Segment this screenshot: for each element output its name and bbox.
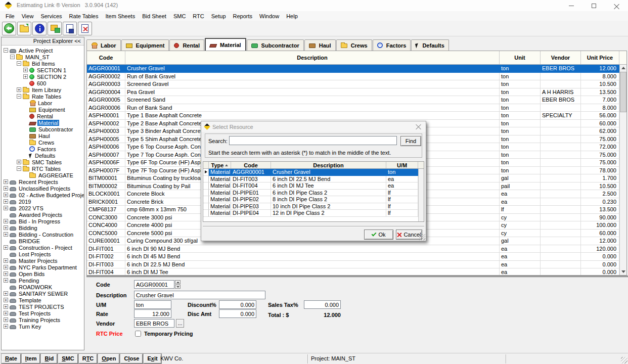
column-header-code[interactable]: Code	[87, 51, 125, 64]
tree-item-aggregate[interactable]: AGGREGATE	[2, 172, 84, 178]
vertical-scrollbar[interactable]	[619, 65, 626, 275]
rate-button[interactable]: Rate	[2, 354, 21, 363]
scroll-up-icon[interactable]	[620, 65, 626, 71]
expand-toggle-icon[interactable]: +	[4, 225, 8, 230]
tree-item-open-bids[interactable]: +Open Bids	[2, 270, 84, 277]
menu-item-sheets[interactable]: Item Sheets	[102, 12, 139, 20]
cancel-button[interactable]: Cancel	[396, 230, 422, 240]
window-resize-grip[interactable]	[621, 357, 627, 363]
tree-item-rtc-tables[interactable]: −RTC Tables	[2, 165, 84, 172]
tree-item-sanitary-sewer[interactable]: +SANITARY SEWER	[2, 290, 84, 297]
expand-toggle-icon[interactable]: +	[4, 186, 8, 191]
expand-toggle-icon[interactable]: +	[23, 68, 28, 72]
expand-toggle-icon[interactable]: +	[17, 87, 21, 92]
menu-rate-tables[interactable]: Rate Tables	[66, 12, 102, 20]
tree-item-active-project[interactable]: −Active Project	[2, 47, 84, 54]
tree-item-02-active-budgeted-projects[interactable]: +02 - Active Budgeted Projects	[2, 192, 84, 198]
tree-item-factors[interactable]: Factors	[2, 146, 84, 152]
um-field[interactable]	[134, 300, 171, 309]
tree-item-bridge[interactable]: BRIDGE	[2, 238, 84, 244]
tree-item-pending[interactable]: +Pending	[2, 277, 84, 284]
info-button[interactable]	[32, 22, 47, 35]
tree-item-master-projects[interactable]: +Master Projects	[2, 257, 84, 264]
tree-item-600[interactable]: 600	[2, 80, 84, 86]
rate-row-di-fit001[interactable]: DI-FIT0016 inch DI 90 MJ Bendea120.000	[87, 245, 619, 253]
tree-item-unclassified-projects[interactable]: +Unclassified Projects	[2, 185, 84, 192]
back-button[interactable]	[2, 22, 16, 35]
expand-toggle-icon[interactable]: +	[4, 324, 8, 329]
tree-item-construction-project[interactable]: +Construction - Project	[2, 244, 84, 251]
expand-toggle-icon[interactable]: +	[4, 258, 8, 263]
column-header-unit-price[interactable]: Unit Price	[581, 51, 619, 64]
expand-toggle-icon[interactable]: +	[4, 232, 8, 237]
tree-item-equipment[interactable]: Equipment	[2, 106, 84, 113]
column-header-vendor[interactable]: Vendor	[541, 51, 581, 64]
tree-item-labor[interactable]: Labor	[2, 100, 84, 106]
tree-item-test-projects[interactable]: +Test Projects	[2, 310, 84, 316]
result-row-di-fit004[interactable]: MaterialDI-FIT0046 inch DI MJ Teeea	[203, 183, 424, 190]
tree-item-recent-projects[interactable]: +Recent Projects	[2, 178, 84, 185]
menu-rtc[interactable]: RTC	[189, 12, 207, 20]
expand-toggle-icon[interactable]: +	[4, 291, 8, 296]
code-spinner[interactable]	[175, 280, 181, 289]
collapse-toggle-icon[interactable]: −	[17, 94, 21, 99]
tab-subcontractor[interactable]: Subcontractor	[247, 39, 304, 51]
menu-reports[interactable]: Reports	[230, 12, 256, 20]
tab-equipment[interactable]: Equipment	[121, 39, 169, 51]
maximize-button[interactable]	[582, 0, 605, 11]
code-field[interactable]	[134, 280, 174, 289]
menu-window[interactable]: Window	[256, 12, 283, 20]
tree-item-2022-vts[interactable]: +2022 VTS	[2, 205, 84, 211]
menu-smc[interactable]: SMC	[170, 12, 189, 20]
rate-row-di-fit002[interactable]: DI-FIT0026 inch DI 45 MJ Bendea0.000	[87, 253, 619, 261]
expand-toggle-icon[interactable]: +	[4, 271, 8, 276]
tree-item-subcontractor[interactable]: Subcontractor	[2, 126, 84, 132]
rate-row-aggr00005[interactable]: AGGR00005Screened SandtonEBER BROS7.000	[87, 96, 619, 104]
menu-file[interactable]: File	[2, 12, 18, 20]
scroll-down-icon[interactable]	[620, 268, 626, 275]
open-button[interactable]: Open	[98, 354, 119, 363]
tree-item-section-1[interactable]: +SECTION 1	[2, 67, 84, 73]
column-header-description[interactable]: Description	[125, 51, 500, 64]
tab-defaults[interactable]: Defaults	[411, 39, 448, 51]
tree-item-main-st[interactable]: −MAIN_ST	[2, 54, 84, 60]
dialog-resize-grip[interactable]	[419, 234, 425, 240]
tab-labor[interactable]: Labor	[86, 39, 121, 51]
expand-toggle-icon[interactable]: +	[4, 304, 8, 309]
expand-toggle-icon[interactable]: +	[4, 317, 8, 322]
tree-item-awarded-projects[interactable]: Awarded Projects	[2, 211, 84, 218]
column-header-unit[interactable]: Unit	[500, 51, 541, 64]
tab-haul[interactable]: Haul	[304, 39, 336, 51]
tree-item-crews[interactable]: Crews	[2, 139, 84, 146]
search-input[interactable]	[229, 136, 397, 145]
tab-crews[interactable]: Crews	[336, 39, 372, 51]
expand-toggle-icon[interactable]: +	[23, 74, 28, 79]
tree-item-bidding[interactable]: +Bidding	[2, 224, 84, 231]
expand-toggle-icon[interactable]: +	[4, 298, 8, 302]
item-button[interactable]: Item	[22, 354, 40, 363]
results-column-header-description[interactable]: Description	[271, 162, 386, 168]
collapse-toggle-icon[interactable]: −	[17, 61, 21, 66]
tree-item-item-library[interactable]: +Item Library	[2, 86, 84, 93]
expand-toggle-icon[interactable]: +	[4, 278, 8, 283]
scroll-thumb[interactable]	[620, 72, 626, 112]
tree-item-defaults[interactable]: Defaults	[2, 152, 84, 159]
sales-tax-field[interactable]	[304, 300, 341, 309]
close-button[interactable]: Close	[120, 354, 143, 363]
description-field[interactable]	[134, 291, 265, 299]
open-project-button[interactable]	[17, 22, 31, 35]
dialog-close-icon[interactable]	[416, 124, 421, 129]
collapse-toggle-icon[interactable]: −	[17, 166, 21, 171]
tree-item-template[interactable]: +Template	[2, 297, 84, 303]
tab-material[interactable]: Material	[205, 38, 246, 51]
tree-item-haul[interactable]: Haul	[2, 132, 84, 139]
close-button[interactable]	[605, 0, 628, 11]
tree-item-material[interactable]: Material	[2, 119, 84, 126]
results-column-header-code[interactable]: Code	[231, 162, 271, 168]
tree-item-section-2[interactable]: +SECTION 2	[2, 73, 84, 80]
expand-toggle-icon[interactable]: +	[4, 199, 8, 204]
find-button[interactable]: Find	[400, 136, 421, 146]
spinner-down-icon[interactable]	[175, 285, 181, 289]
tree-item-bidding-construction[interactable]: +Bidding - Construction	[2, 231, 84, 238]
expand-toggle-icon[interactable]: +	[4, 265, 8, 269]
